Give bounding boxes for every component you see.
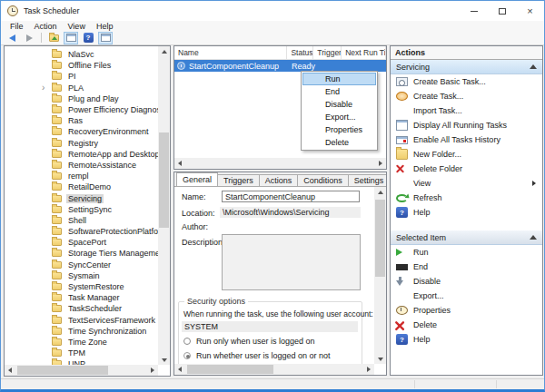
tab-actions[interactable]: Actions (259, 174, 299, 186)
column-header-name[interactable]: Name (174, 46, 287, 59)
description-field[interactable] (222, 234, 361, 290)
tree-item-servicing[interactable]: Servicing (5, 192, 158, 203)
tree-item-retaildemo[interactable]: RetailDemo (5, 181, 158, 192)
action-item-properties[interactable]: Properties (391, 303, 542, 318)
tree-item-task-manager[interactable]: Task Manager (5, 292, 158, 303)
scroll-down-button[interactable] (158, 355, 170, 365)
tree-item-recoveryenvironment[interactable]: RecoveryEnvironment (5, 126, 158, 137)
tree-item-registry[interactable]: Registry (5, 138, 158, 149)
action-item-delete-folder[interactable]: Delete Folder (391, 162, 542, 176)
tree-item-softwareprotectionplatform[interactable]: SoftwareProtectionPlatform (5, 226, 158, 237)
up-level-button[interactable] (46, 32, 61, 44)
context-menu-item-export[interactable]: Export... (302, 111, 376, 123)
group-header-selected-item[interactable]: Selected Item (391, 230, 542, 245)
tab-triggers[interactable]: Triggers (217, 174, 260, 186)
tree-item-time-zone[interactable]: Time Zone (5, 337, 158, 348)
action-item-disable[interactable]: Disable (391, 274, 542, 289)
scrollbar-thumb[interactable] (159, 132, 169, 228)
tree-item-tpm[interactable]: TPM (5, 348, 158, 358)
tree-item-remoteassistance[interactable]: RemoteAssistance (5, 160, 158, 171)
tree-item-storage-tiers-management[interactable]: Storage Tiers Management (5, 248, 158, 259)
scroll-down-button[interactable] (374, 354, 386, 364)
menu-file[interactable]: File (5, 22, 29, 31)
tree-item-remoteapp-and-desktop-co[interactable]: RemoteApp and Desktop Co (5, 149, 158, 160)
details-vertical-scrollbar[interactable] (374, 187, 386, 364)
tree-item-shell[interactable]: Shell (5, 215, 158, 226)
group-header-servicing[interactable]: Servicing (391, 60, 542, 74)
tree-horizontal-scrollbar[interactable] (5, 365, 158, 376)
context-menu-item-run[interactable]: Run (302, 73, 376, 85)
tree-item-pla[interactable]: ›PLA (5, 83, 158, 93)
task-list-horizontal-scrollbar[interactable] (174, 158, 386, 169)
scroll-right-button[interactable] (147, 365, 158, 376)
tree-item-pi[interactable]: PI (5, 71, 158, 82)
tree-item-spaceport[interactable]: SpacePort (5, 237, 158, 248)
action-item-create-task[interactable]: Create Task... (391, 89, 542, 103)
tree-item-textservicesframework[interactable]: TextServicesFramework (5, 315, 158, 326)
tree-item-ras[interactable]: Ras (5, 115, 158, 126)
tab-general[interactable]: General (176, 172, 218, 186)
radio-button-icon[interactable] (183, 352, 191, 359)
context-menu-item-delete[interactable]: Delete (302, 136, 376, 149)
scrollbar-thumb[interactable] (187, 365, 273, 374)
scroll-left-button[interactable] (174, 364, 185, 375)
scrollbar-thumb[interactable] (375, 200, 385, 277)
close-button[interactable]: × (516, 1, 544, 21)
tree-item-sysmain[interactable]: Sysmain (5, 270, 158, 281)
collapse-arrow-icon[interactable] (530, 235, 537, 240)
scroll-up-button[interactable] (374, 187, 386, 197)
action-item-help[interactable]: Help (391, 332, 542, 347)
action-item-refresh[interactable]: Refresh (391, 191, 542, 205)
scroll-right-button[interactable] (375, 158, 386, 169)
help-button[interactable] (81, 32, 95, 44)
tree-item-unp[interactable]: UNP (5, 358, 158, 365)
tree-item-offline-files[interactable]: Offline Files (5, 60, 158, 71)
action-pane-toggle-button[interactable] (98, 32, 113, 44)
tab-conditions[interactable]: Conditions (297, 174, 349, 186)
tree-item-nlasvc[interactable]: NlaSvc (5, 49, 158, 60)
context-menu-item-properties[interactable]: Properties (302, 123, 376, 136)
name-field[interactable]: StartComponentCleanup (222, 191, 360, 202)
action-item-help[interactable]: Help (391, 205, 542, 220)
scrollbar-thumb[interactable] (17, 366, 108, 375)
scroll-left-button[interactable] (174, 158, 185, 169)
context-menu-item-disable[interactable]: Disable (302, 98, 376, 111)
action-item-end[interactable]: End (391, 260, 542, 274)
menu-view[interactable]: View (63, 22, 91, 31)
maximize-button[interactable] (488, 1, 516, 21)
tree-item-systemrestore[interactable]: SystemRestore (5, 281, 158, 292)
tree-item-plug-and-play[interactable]: Plug and Play (5, 93, 158, 104)
radio-button-icon[interactable] (183, 338, 191, 345)
tree-item-settingsync[interactable]: SettingSync (5, 204, 158, 215)
console-tree-toggle-button[interactable] (64, 32, 78, 44)
action-item-import-task[interactable]: Import Task... (391, 103, 542, 118)
menu-action[interactable]: Action (29, 22, 63, 31)
column-header-next-run-time[interactable]: Next Run Time (342, 46, 386, 59)
radio-option-run-whether-user-is-logged-on-or-not[interactable]: Run whether user is logged on or not (183, 351, 331, 360)
scroll-left-button[interactable] (5, 365, 15, 376)
tree-item-rempl[interactable]: rempl (5, 171, 158, 181)
action-item-create-basic-task[interactable]: Create Basic Task... (391, 74, 542, 89)
tree-item-synccenter[interactable]: SyncCenter (5, 260, 158, 270)
collapse-arrow-icon[interactable] (530, 64, 537, 69)
radio-option-run-only-when-user-is-logged-on[interactable]: Run only when user is logged on (183, 337, 315, 346)
context-menu-item-end[interactable]: End (302, 85, 376, 98)
tree-item-taskscheduler[interactable]: TaskScheduler (5, 303, 158, 314)
action-item-enable-all-tasks-history[interactable]: Enable All Tasks History (391, 132, 542, 147)
forward-button[interactable] (22, 32, 36, 44)
action-item-export[interactable]: Export... (391, 289, 542, 303)
column-header-triggers[interactable]: Triggers (313, 46, 342, 59)
action-item-view[interactable]: View (391, 176, 542, 191)
expand-chevron-icon[interactable]: › (42, 83, 45, 93)
action-item-run[interactable]: Run (391, 245, 542, 260)
tree-item-power-efficiency-diagnostics[interactable]: Power Efficiency Diagnostics (5, 104, 158, 115)
minimize-button[interactable] (460, 1, 488, 21)
tab-settings[interactable]: Settings (348, 174, 387, 186)
tree-item-time-synchronization[interactable]: Time Synchronization (5, 326, 158, 337)
tree-vertical-scrollbar[interactable] (158, 46, 170, 365)
action-item-delete[interactable]: Delete (391, 318, 542, 332)
action-item-new-folder[interactable]: New Folder... (391, 147, 542, 162)
column-header-status[interactable]: Status (287, 46, 313, 59)
back-button[interactable] (5, 32, 19, 44)
menu-help[interactable]: Help (91, 22, 119, 31)
